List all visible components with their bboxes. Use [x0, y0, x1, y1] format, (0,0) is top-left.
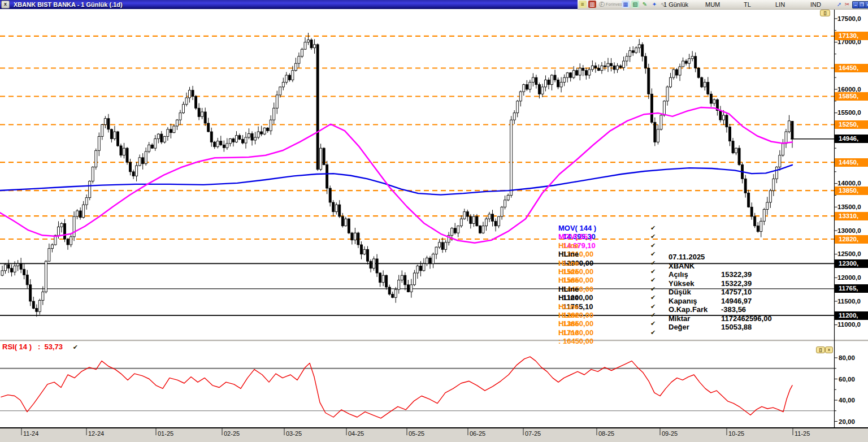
rsi-pane-close-button[interactable]: x	[825, 346, 833, 353]
quote-info-box: 07.11.2025 XBANK Açılış15322,39Yüksek153…	[669, 253, 787, 332]
hline-price-badge: 17130,	[835, 32, 868, 40]
quote-info-value: -383,56	[721, 305, 746, 314]
window-close-button[interactable]: x	[1, 1, 10, 8]
hline-price-badge: 11765,	[835, 284, 868, 293]
navigate-compass-icon[interactable]: ✦	[650, 1, 658, 8]
legend-row-hline[interactable]: HLine: 16450,00✔	[558, 328, 669, 337]
quote-info-row: Miktar1172462596,00	[669, 314, 787, 323]
legend-row-hline[interactable]: HLine: 11200,00✔	[558, 285, 669, 293]
quote-info-value: 15322,39	[721, 279, 752, 288]
month-axis-label: 05-25	[409, 430, 424, 437]
scale-selector[interactable]: LIN	[775, 1, 785, 8]
alerts-icon[interactable]: ▥	[588, 1, 596, 8]
indicator-checkmark-icon: ✔	[73, 344, 78, 350]
month-axis-label: 07-25	[525, 430, 541, 437]
matrix-grid-icon[interactable]: ▦	[622, 1, 630, 8]
price-axis-label: 15500,0	[837, 109, 861, 117]
tools-icon[interactable]: ✂	[843, 1, 851, 8]
close-button[interactable]: ×	[865, 1, 868, 8]
month-axis-label: 03-25	[286, 430, 302, 437]
rsi-axis-label: 20,00	[839, 418, 855, 426]
legend-indicator-value: : 16450,00	[558, 337, 669, 345]
title-bar[interactable]: x XBANK BIST BANKA - 1 Günlük (.1d)	[0, 0, 578, 9]
month-axis-label: 08-25	[598, 430, 614, 437]
price-axis-label: 17500,0	[837, 15, 861, 23]
month-axis-label: 01-25	[158, 430, 173, 437]
indicator-selector[interactable]: IND	[810, 1, 821, 8]
rsi-value: 53,73	[44, 343, 63, 351]
indicator-checkmark-icon: ✔	[650, 267, 656, 276]
forinvest-logo[interactable]: Ⓕ	[598, 1, 606, 8]
rsi-axis-label: 60,00	[839, 375, 855, 383]
indicator-checkmark-icon: ✔	[650, 241, 656, 250]
indicator-legend: MOV( 144 ): 14.395,30✔MOV( 55 ): 14.879,…	[558, 224, 669, 337]
month-axis-label: 12-24	[88, 430, 104, 437]
quote-info-row: Düşük14757,10	[669, 288, 787, 297]
legend-row-hline[interactable]: HLine: 13310,00✔	[558, 241, 669, 250]
quote-info-row: Değer15053,88	[669, 323, 787, 332]
legend-row-hline[interactable]: HLine: 14450,00✔	[558, 276, 669, 284]
hline-price-badge: 15250,	[835, 120, 868, 129]
price-axis-label: 11000,0	[837, 320, 861, 329]
quote-info-label: Değer	[669, 323, 721, 332]
quote-info-label: O.Kap.Fark	[669, 305, 721, 314]
chart-canvas[interactable]	[0, 0, 868, 442]
quote-info-value: 15053,88	[721, 323, 752, 331]
legend-row-hline[interactable]: HLine: 12300,00✔	[558, 250, 669, 258]
month-axis-label: 06-25	[470, 430, 485, 437]
quote-info-label: Düşük	[669, 288, 721, 297]
link-arrow-icon[interactable]: ➚	[835, 1, 843, 8]
orange-hlines	[0, 36, 834, 239]
rsi-axis-label: 40,00	[839, 396, 855, 404]
quote-info-label: Açılış	[669, 270, 721, 279]
price-axis-label: 11500,0	[837, 297, 861, 306]
legend-indicator-name: HLine	[558, 328, 602, 337]
draw-pen-icon[interactable]: ✎	[641, 1, 649, 8]
legend-indicator-name: HLine	[558, 241, 602, 250]
legend-row-hline[interactable]: HLine: 15250,00✔	[558, 259, 669, 267]
last-price-badge: 14946,	[835, 135, 868, 143]
quote-info-value: 1172462596,00	[721, 314, 772, 323]
rsi-separator: :	[38, 343, 40, 351]
indicator-checkmark-icon: ✔	[650, 285, 656, 293]
legend-indicator-name: HLine	[558, 267, 602, 276]
quote-info-label: Kapanış	[669, 297, 721, 306]
hline-price-badge: 16450,	[835, 64, 868, 72]
chart-settings-icon[interactable]: ▧	[631, 1, 639, 8]
indicator-checkmark-icon: ✔	[650, 328, 656, 337]
price-axis-label: 13000,0	[837, 227, 861, 235]
legend-row-hline[interactable]: HLine: 12820,00✔	[558, 302, 669, 311]
legend-indicator-name: HLine	[558, 293, 602, 302]
legend-row-hline[interactable]: HLine: 17130,00✔	[558, 319, 669, 328]
hline-price-badge: 12820,	[835, 235, 868, 244]
hline-price-badge: 13850,	[835, 187, 868, 195]
legend-row-mov[interactable]: MOV( 144 ): 14.395,30✔	[558, 224, 669, 232]
quote-info-label: Miktar	[669, 314, 721, 323]
legend-row-hline[interactable]: HLine: 13850,00✔	[558, 311, 669, 319]
indicator-checkmark-icon: ✔	[650, 311, 656, 319]
chart-type-selector[interactable]: MUM	[705, 1, 720, 8]
legend-row-hline[interactable]: HLine: 11765,10✔	[558, 293, 669, 302]
window-title: XBANK BIST BANKA - 1 Günlük (.1d)	[14, 1, 123, 8]
chart-window: x XBANK BIST BANKA - 1 Günlük (.1d) ≡▥ⒻF…	[0, 0, 868, 442]
legend-indicator-name: HLine	[558, 311, 602, 319]
legend-row-hline[interactable]: HLine: 15850,00✔	[558, 267, 669, 276]
quote-info-label: Yüksek	[669, 279, 721, 288]
pane-link-button[interactable]: []	[820, 10, 830, 16]
period-selector[interactable]: 1 Günlük	[663, 1, 688, 8]
price-axis-label: 12000,0	[837, 274, 861, 282]
currency-selector[interactable]: TL	[744, 1, 751, 8]
quote-info-row: Açılış15322,39	[669, 270, 787, 279]
indicator-checkmark-icon: ✔	[650, 276, 656, 284]
legend-row-mov[interactable]: MOV( 55 ): 14.879,10✔	[558, 232, 669, 241]
rsi-pane-restore-button[interactable]: []	[816, 346, 825, 353]
quote-date: 07.11.2025	[669, 253, 787, 262]
hline-price-badge: 11200,	[835, 311, 868, 320]
symbol-list-icon[interactable]: ≡	[579, 1, 587, 8]
axes	[0, 9, 868, 435]
legend-indicator-name: HLine	[558, 250, 602, 258]
rsi-indicator-label[interactable]: RSI( 14 ) : 53,73 ✔	[2, 343, 78, 351]
price-axis-label: 12500,0	[837, 250, 861, 258]
quote-symbol: XBANK	[669, 262, 787, 271]
indicator-checkmark-icon: ✔	[650, 302, 656, 311]
